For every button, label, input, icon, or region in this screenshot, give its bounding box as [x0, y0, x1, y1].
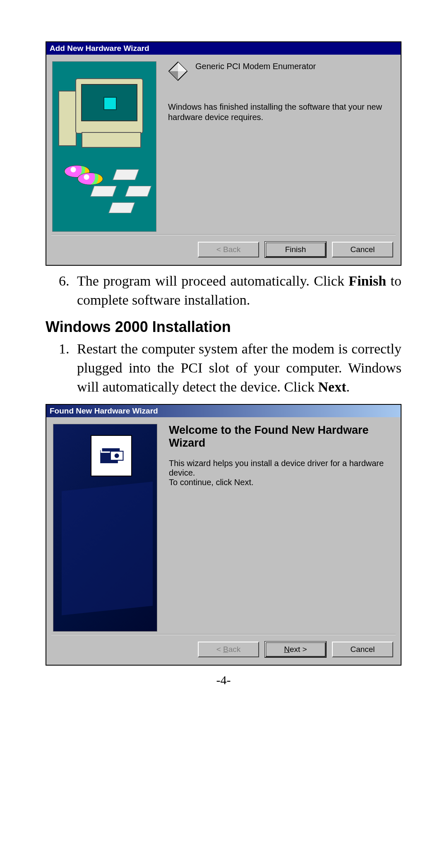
device-name-label: Generic PCI Modem Enumerator — [195, 61, 316, 72]
back-button: < Back — [198, 242, 259, 257]
dialog2-heading: Welcome to the Found New Hardware Wizard — [169, 424, 394, 450]
dialog1-message: Windows has finished installing the soft… — [168, 102, 395, 123]
page-number: -4- — [46, 673, 401, 687]
next-button[interactable]: Next > — [265, 642, 326, 657]
device-icon — [168, 61, 188, 81]
found-new-hardware-wizard-dialog: Found New Hardware Wizard Welcome to the… — [46, 404, 401, 666]
instruction-list-win2000: Restart the computer system after the mo… — [46, 339, 401, 397]
wizard-illustration-blue — [53, 424, 157, 632]
svg-point-6 — [115, 454, 119, 458]
wizard-illustration — [52, 61, 156, 232]
dialog2-body-text: This wizard helps you install a device d… — [169, 459, 394, 478]
add-new-hardware-wizard-dialog: Add New Hardware Wizard — [46, 41, 401, 266]
instruction-list-step6: The program will proceed automatically. … — [46, 272, 401, 310]
hardware-icon — [91, 435, 132, 476]
dialog1-titlebar: Add New Hardware Wizard — [46, 42, 401, 55]
cancel-button[interactable]: Cancel — [332, 642, 393, 657]
step-1: Restart the computer system after the mo… — [73, 339, 401, 397]
cancel-button[interactable]: Cancel — [332, 242, 393, 257]
dialog2-continue-text: To continue, click Next. — [169, 478, 394, 487]
section-heading-win2000: Windows 2000 Installation — [46, 317, 401, 337]
step-6: The program will proceed automatically. … — [73, 272, 401, 310]
back-button: < Back — [198, 642, 259, 657]
dialog2-titlebar: Found New Hardware Wizard — [46, 405, 401, 417]
finish-button[interactable]: Finish — [265, 242, 326, 257]
